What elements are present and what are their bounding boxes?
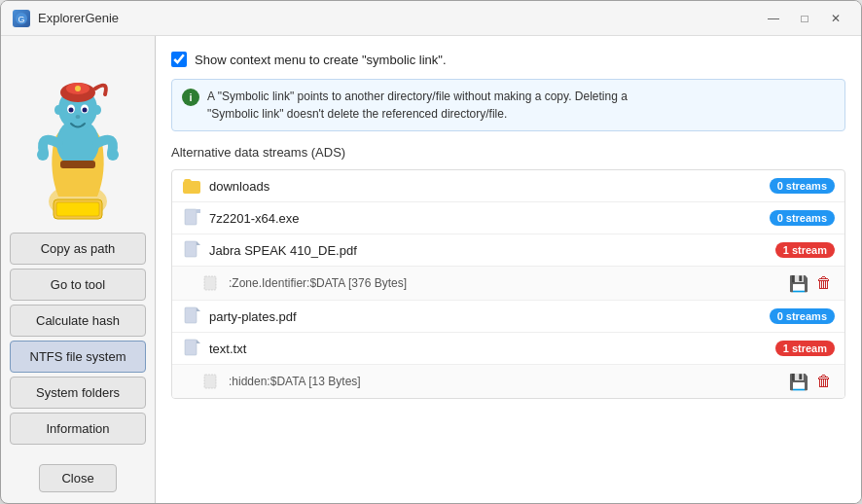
delete-icon-zone: 🗑	[816, 274, 832, 292]
badge-downloads: 0 streams	[770, 178, 835, 194]
content-area: Copy as path Go to tool Calculate hash N…	[1, 36, 861, 503]
svg-rect-28	[185, 340, 197, 355]
row-actions-zone: 💾 🗑	[788, 272, 835, 294]
svg-point-17	[107, 149, 119, 161]
svg-rect-23	[185, 241, 197, 257]
svg-marker-27	[197, 307, 200, 311]
file-exe-icon	[182, 208, 201, 228]
save-icon-hidden: 💾	[789, 373, 808, 391]
stream-name-zone: :Zone.Identifier:$DATA [376 Bytes]	[229, 276, 780, 290]
svg-rect-19	[56, 202, 99, 216]
nav-information[interactable]: Information	[10, 413, 146, 445]
window-controls: — □ ✕	[760, 9, 849, 28]
main-window: G ExplorerGenie — □ ✕	[0, 0, 862, 504]
nav-go-to-tool[interactable]: Go to tool	[10, 269, 146, 301]
maximize-button[interactable]: □	[791, 9, 818, 28]
svg-point-14	[54, 105, 62, 115]
info-box: i A "Symbolic link" points to another di…	[171, 79, 845, 131]
nav-ntfs-file-system[interactable]: NTFS file system	[10, 341, 146, 373]
file-name-party-plates: party-plates.pdf	[209, 309, 762, 324]
left-panel: Copy as path Go to tool Calculate hash N…	[1, 36, 155, 503]
save-icon-zone: 💾	[789, 274, 808, 293]
file-txt-icon	[182, 339, 201, 358]
svg-rect-20	[185, 209, 197, 225]
badge-7z: 0 streams	[770, 210, 835, 226]
info-icon: i	[182, 89, 199, 106]
symbolic-link-checkbox-row: Show context menu to create "symbolic li…	[171, 52, 845, 67]
save-btn-hidden[interactable]: 💾	[788, 371, 809, 392]
info-line2: "Symbolic link" doesn't delete the refer…	[207, 107, 507, 121]
file-name-jabra: Jabra SPEAK 410_DE.pdf	[209, 243, 768, 258]
app-title: ExplorerGenie	[38, 11, 119, 25]
app-icon: G	[13, 10, 30, 27]
svg-point-15	[93, 105, 101, 115]
stream-icon-zone	[201, 273, 221, 293]
ads-row-7z: 7z2201-x64.exe 0 streams	[172, 202, 844, 234]
svg-point-16	[37, 149, 49, 161]
delete-icon-hidden: 🗑	[816, 373, 832, 390]
svg-rect-25	[204, 276, 216, 290]
ads-row-jabra: Jabra SPEAK 410_DE.pdf 1 stream	[172, 234, 844, 267]
window-close-button[interactable]: ✕	[822, 9, 849, 28]
svg-rect-26	[185, 307, 197, 323]
symbolic-link-checkbox[interactable]	[171, 52, 187, 67]
nav-calculate-hash[interactable]: Calculate hash	[10, 305, 146, 337]
stream-name-hidden: :hidden:$DATA [13 Bytes]	[229, 375, 780, 388]
badge-text-txt: 1 stream	[775, 341, 835, 356]
info-text: A "Symbolic link" points to another dire…	[207, 88, 628, 123]
svg-point-12	[83, 108, 88, 113]
svg-point-8	[75, 86, 81, 91]
right-panel: Show context menu to create "symbolic li…	[155, 36, 861, 503]
genie-illustration	[19, 36, 136, 231]
stream-icon-hidden	[201, 372, 221, 391]
file-name-7z: 7z2201-x64.exe	[209, 211, 762, 226]
svg-point-11	[69, 108, 74, 113]
ads-stream-zone: :Zone.Identifier:$DATA [376 Bytes] 💾 🗑	[172, 267, 844, 301]
delete-btn-zone[interactable]: 🗑	[813, 272, 835, 294]
info-line1: A "Symbolic link" points to another dire…	[207, 90, 628, 103]
ads-row-downloads: downloads 0 streams	[172, 170, 844, 202]
nav-system-folders[interactable]: System folders	[10, 377, 146, 409]
delete-btn-hidden[interactable]: 🗑	[813, 371, 835, 392]
close-button[interactable]: Close	[39, 464, 117, 492]
file-pdf-icon-party	[182, 306, 201, 326]
nav-buttons: Copy as path Go to tool Calculate hash N…	[1, 231, 155, 447]
title-left: G ExplorerGenie	[13, 10, 119, 27]
ads-stream-hidden: :hidden:$DATA [13 Bytes] 💾 🗑	[172, 365, 844, 398]
ads-container: downloads 0 streams 7z2201-x64.exe 0 str…	[171, 169, 845, 399]
nav-copy-as-path[interactable]: Copy as path	[10, 233, 146, 265]
ads-row-text-txt: text.txt 1 stream	[172, 333, 844, 365]
svg-rect-22	[197, 209, 200, 213]
file-name-downloads: downloads	[209, 179, 762, 194]
ads-row-party-plates: party-plates.pdf 0 streams	[172, 301, 844, 333]
file-name-text-txt: text.txt	[209, 342, 768, 356]
svg-rect-30	[204, 375, 216, 388]
svg-text:G: G	[18, 15, 24, 24]
badge-party-plates: 0 streams	[770, 308, 835, 324]
title-bar: G ExplorerGenie — □ ✕	[1, 1, 861, 36]
genie-svg	[29, 46, 126, 221]
symbolic-link-label: Show context menu to create "symbolic li…	[195, 53, 447, 67]
badge-jabra: 1 stream	[775, 242, 835, 258]
svg-marker-24	[197, 241, 200, 245]
svg-rect-4	[60, 161, 95, 168]
save-btn-zone[interactable]: 💾	[788, 272, 809, 294]
file-pdf-icon-jabra	[182, 240, 201, 260]
bottom-close-area: Close	[39, 447, 117, 503]
ads-section-title: Alternative data streams (ADS)	[171, 145, 845, 160]
svg-point-13	[76, 115, 81, 119]
row-actions-hidden: 💾 🗑	[788, 371, 835, 392]
svg-marker-29	[197, 340, 200, 343]
minimize-button[interactable]: —	[760, 9, 787, 28]
folder-icon	[182, 176, 201, 196]
